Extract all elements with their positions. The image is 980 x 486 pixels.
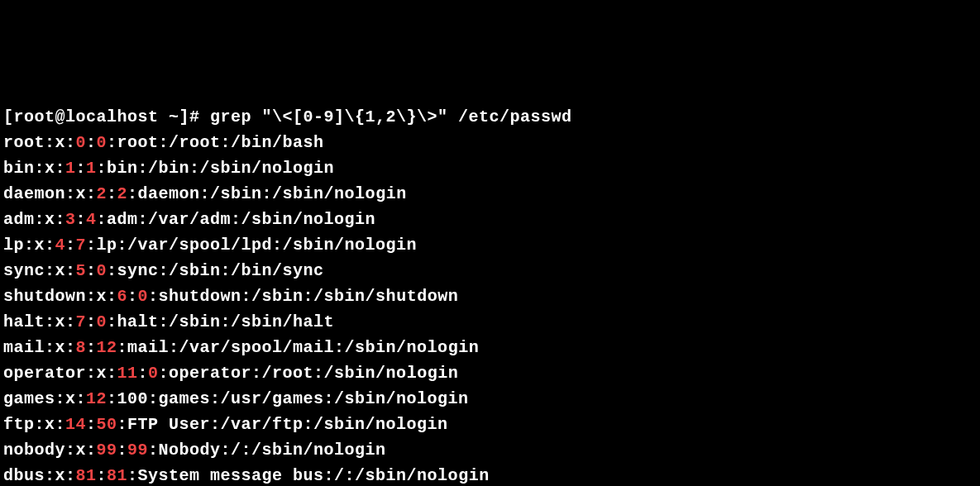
- output-line: shutdown:x:6:0:shutdown:/sbin:/sbin/shut…: [3, 284, 977, 309]
- output-text: root:x:: [3, 133, 76, 152]
- output-text: :: [86, 415, 97, 434]
- grep-match: 50: [97, 415, 117, 434]
- grep-match: 2: [117, 184, 128, 203]
- output-text: :System message bus:/:/sbin/nologin: [127, 466, 490, 485]
- output-line: operator:x:11:0:operator:/root:/sbin/nol…: [3, 360, 977, 386]
- output-text: operator:x:: [3, 364, 117, 383]
- output-text: :sync:/sbin:/bin/sync: [107, 261, 324, 280]
- output-text: :halt:/sbin:/sbin/halt: [107, 312, 334, 331]
- output-text: :: [138, 364, 149, 383]
- output-text: ftp:x:: [3, 415, 65, 434]
- output-text: :: [76, 159, 87, 178]
- grep-match: 8: [76, 338, 87, 357]
- output-line: bin:x:1:1:bin:/bin:/sbin/nologin: [3, 155, 977, 181]
- grep-match: 7: [76, 312, 87, 331]
- output-line: games:x:12:100:games:/usr/games:/sbin/no…: [3, 386, 977, 412]
- grep-match: 81: [107, 466, 127, 485]
- shell-prompt: [root@localhost ~]#: [3, 107, 210, 126]
- output-text: :mail:/var/spool/mail:/sbin/nologin: [117, 338, 480, 357]
- output-line: adm:x:3:4:adm:/var/adm:/sbin/nologin: [3, 207, 977, 232]
- grep-match: 0: [138, 287, 149, 306]
- grep-match: 0: [97, 261, 108, 280]
- grep-match: 11: [117, 364, 138, 383]
- output-line: lp:x:4:7:lp:/var/spool/lpd:/sbin/nologin: [3, 232, 977, 258]
- output-text: :adm:/var/adm:/sbin/nologin: [97, 210, 376, 229]
- output-text: dbus:x:: [3, 466, 76, 485]
- output-text: mail:x:: [3, 338, 76, 357]
- output-text: halt:x:: [3, 312, 76, 331]
- output-line: mail:x:8:12:mail:/var/spool/mail:/sbin/n…: [3, 335, 977, 360]
- grep-match: 12: [97, 338, 117, 357]
- grep-match: 2: [97, 184, 108, 203]
- command-text: grep "\<[0-9]\{1,2\}\>" /etc/passwd: [210, 107, 572, 126]
- output-text: :: [86, 133, 97, 152]
- output-text: :: [97, 466, 108, 485]
- grep-match: 4: [55, 236, 66, 255]
- output-text: :shutdown:/sbin:/sbin/shutdown: [148, 287, 458, 306]
- output-text: :daemon:/sbin:/sbin/nologin: [127, 184, 407, 203]
- output-text: lp:x:: [3, 236, 55, 255]
- output-line: sync:x:5:0:sync:/sbin:/bin/sync: [3, 258, 977, 284]
- terminal-output[interactable]: [root@localhost ~]# grep "\<[0-9]\{1,2\}…: [3, 104, 977, 486]
- output-text: :: [107, 184, 117, 203]
- output-text: :: [86, 261, 97, 280]
- output-text: :: [86, 338, 97, 357]
- output-line: root:x:0:0:root:/root:/bin/bash: [3, 130, 977, 155]
- output-line: dbus:x:81:81:System message bus:/:/sbin/…: [3, 463, 977, 486]
- output-text: :lp:/var/spool/lpd:/sbin/nologin: [86, 236, 417, 255]
- output-text: :Nobody:/:/sbin/nologin: [148, 441, 386, 460]
- output-text: :100:games:/usr/games:/sbin/nologin: [107, 389, 469, 408]
- output-line: nobody:x:99:99:Nobody:/:/sbin/nologin: [3, 437, 977, 463]
- output-line: halt:x:7:0:halt:/sbin:/sbin/halt: [3, 309, 977, 335]
- output-line: daemon:x:2:2:daemon:/sbin:/sbin/nologin: [3, 181, 977, 207]
- grep-match: 12: [86, 389, 107, 408]
- grep-match: 6: [117, 287, 128, 306]
- command-line: [root@localhost ~]# grep "\<[0-9]\{1,2\}…: [3, 104, 977, 130]
- output-text: bin:x:: [3, 159, 65, 178]
- output-text: shutdown:x:: [3, 287, 117, 306]
- grep-match: 0: [76, 133, 87, 152]
- output-text: :FTP User:/var/ftp:/sbin/nologin: [117, 415, 448, 434]
- output-text: games:x:: [3, 389, 86, 408]
- output-text: :operator:/root:/sbin/nologin: [159, 364, 459, 383]
- grep-match: 0: [97, 312, 108, 331]
- output-text: nobody:x:: [3, 441, 97, 460]
- output-text: :: [86, 312, 97, 331]
- grep-match: 1: [65, 159, 76, 178]
- output-line: ftp:x:14:50:FTP User:/var/ftp:/sbin/nolo…: [3, 412, 977, 437]
- grep-match: 0: [97, 133, 108, 152]
- grep-match: 0: [148, 364, 159, 383]
- grep-match: 99: [127, 441, 148, 460]
- output-text: :bin:/bin:/sbin/nologin: [97, 159, 335, 178]
- grep-match: 81: [76, 466, 97, 485]
- grep-match: 14: [65, 415, 86, 434]
- output-text: sync:x:: [3, 261, 76, 280]
- grep-match: 5: [76, 261, 87, 280]
- grep-match: 7: [76, 236, 87, 255]
- output-text: :: [117, 441, 128, 460]
- grep-match: 1: [86, 159, 97, 178]
- output-text: :: [65, 236, 76, 255]
- grep-match: 3: [65, 210, 76, 229]
- output-text: adm:x:: [3, 210, 65, 229]
- output-text: :: [76, 210, 87, 229]
- output-text: daemon:x:: [3, 184, 97, 203]
- grep-match: 4: [86, 210, 97, 229]
- output-text: :: [127, 287, 138, 306]
- grep-match: 99: [97, 441, 117, 460]
- output-text: :root:/root:/bin/bash: [107, 133, 324, 152]
